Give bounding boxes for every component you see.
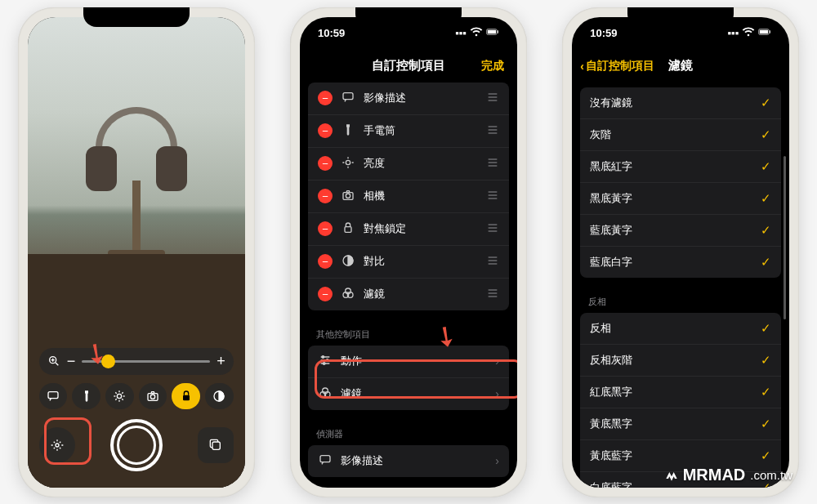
filter-item[interactable]: 黃底黑字✓: [580, 408, 781, 440]
lock-button[interactable]: [172, 383, 200, 409]
svg-point-62: [323, 362, 325, 364]
filter-label: 藍底白字: [590, 255, 632, 270]
checkmark-icon: ✓: [761, 96, 771, 110]
filter-item[interactable]: 黑底黃字✓: [580, 183, 781, 215]
signal-icon: ▪▪▪: [727, 27, 739, 39]
detector-item[interactable]: 影像描述›: [308, 445, 509, 477]
remove-button[interactable]: −: [318, 254, 333, 269]
checkmark-icon: ✓: [761, 353, 771, 368]
control-label: 影像描述: [364, 91, 406, 105]
filter-item[interactable]: 灰階✓: [580, 119, 781, 151]
filter-item[interactable]: 藍底白字✓: [580, 247, 781, 278]
checkmark-icon: ✓: [761, 223, 771, 238]
svg-point-60: [322, 355, 324, 358]
remove-button[interactable]: −: [318, 189, 333, 203]
chevron-right-icon: ›: [495, 355, 499, 368]
filter-label: 黑底紅字: [590, 159, 632, 174]
filter-label: 藍底黃字: [590, 223, 632, 238]
filter-label: 灰階: [590, 127, 611, 142]
nav-title: 濾鏡: [668, 58, 693, 74]
remove-button[interactable]: −: [318, 221, 333, 236]
wifi-icon: [742, 25, 755, 41]
zoom-slider[interactable]: − +: [39, 348, 234, 375]
section-other-label: 其他控制項目: [308, 317, 509, 346]
control-item[interactable]: −影像描述: [308, 83, 509, 115]
checkmark-icon: ✓: [761, 255, 771, 270]
nav-header: 自訂控制項目 完成: [300, 50, 517, 83]
remove-button[interactable]: −: [318, 91, 333, 105]
remove-button[interactable]: −: [318, 123, 333, 138]
control-item[interactable]: −相機: [308, 181, 509, 213]
done-button[interactable]: 完成: [481, 59, 504, 74]
speech-icon: [318, 453, 333, 469]
svg-line-13: [123, 392, 123, 393]
multiview-button[interactable]: [198, 427, 234, 463]
watermark-logo-icon: [665, 469, 678, 482]
svg-rect-66: [320, 455, 330, 462]
contrast-icon: [341, 254, 355, 270]
speech-button[interactable]: [39, 383, 68, 409]
drag-handle-icon[interactable]: [486, 156, 499, 172]
filters-screen: 10:59 ▪▪▪ ‹ 自訂控制項目 濾鏡 沒有濾鏡✓灰階✓黑底紅字✓黑底黃字✓…: [572, 17, 789, 488]
filter-item[interactable]: 反相灰階✓: [580, 345, 781, 377]
other-item[interactable]: 濾鏡›: [308, 378, 509, 410]
control-item[interactable]: −亮度: [308, 148, 509, 181]
checkmark-icon: ✓: [761, 159, 771, 174]
drag-handle-icon[interactable]: [486, 123, 499, 139]
filter-item[interactable]: 沒有濾鏡✓: [580, 87, 781, 119]
notch: [83, 7, 190, 27]
remove-button[interactable]: −: [318, 156, 333, 171]
nav-title: 自訂控制項目: [372, 58, 445, 74]
filter-icon: [341, 287, 355, 302]
other-item[interactable]: 動作›: [308, 346, 509, 378]
flashlight-button[interactable]: [72, 383, 100, 409]
battery-icon: [758, 25, 771, 41]
filter-icon: [318, 386, 333, 402]
control-label: 亮度: [364, 156, 385, 171]
svg-rect-43: [345, 226, 351, 232]
checkmark-icon: ✓: [761, 417, 771, 431]
remove-button[interactable]: −: [318, 287, 333, 301]
settings-button[interactable]: [39, 427, 75, 463]
control-item[interactable]: −手電筒: [308, 115, 509, 148]
control-label: 濾鏡: [364, 287, 385, 301]
drag-handle-icon[interactable]: [486, 189, 499, 204]
svg-point-18: [56, 444, 59, 447]
speech-icon: [341, 91, 355, 106]
watermark-brand: MRMAD: [683, 466, 746, 484]
brightness-button[interactable]: [105, 383, 134, 409]
filter-item[interactable]: 反相✓: [580, 313, 781, 345]
chevron-left-icon: ‹: [580, 60, 584, 73]
contrast-button[interactable]: [205, 383, 234, 409]
battery-icon: [486, 25, 499, 41]
control-item[interactable]: −對焦鎖定: [308, 213, 509, 246]
shutter-button[interactable]: [110, 419, 163, 471]
back-button[interactable]: ‹ 自訂控制項目: [580, 59, 654, 74]
filter-item[interactable]: 藍底黃字✓: [580, 215, 781, 247]
camera-icon: [341, 189, 355, 204]
zoom-in-icon: [47, 355, 60, 368]
minus-icon: −: [67, 353, 76, 370]
control-item[interactable]: −對比: [308, 246, 509, 279]
notch: [627, 7, 734, 27]
control-label: 對比: [364, 254, 385, 269]
drag-handle-icon[interactable]: [486, 287, 499, 302]
camera-button[interactable]: [139, 383, 167, 409]
chevron-right-icon: ›: [495, 387, 499, 400]
drag-handle-icon[interactable]: [486, 221, 499, 237]
drag-handle-icon[interactable]: [486, 91, 499, 106]
filter-item[interactable]: 黑底紅字✓: [580, 151, 781, 183]
filter-label: 黃底黑字: [590, 417, 632, 431]
filter-label: 沒有濾鏡: [590, 96, 632, 110]
control-item[interactable]: −濾鏡: [308, 279, 509, 310]
svg-rect-19: [212, 442, 220, 449]
checkmark-icon: ✓: [761, 321, 771, 336]
filter-item[interactable]: 紅底黑字✓: [580, 377, 781, 408]
svg-line-12: [116, 399, 117, 399]
filter-label: 反相: [590, 321, 611, 336]
drag-handle-icon[interactable]: [486, 254, 499, 270]
svg-rect-21: [488, 30, 496, 34]
other-label: 動作: [341, 354, 362, 368]
filter-label: 紅底黑字: [590, 385, 632, 399]
status-time: 10:59: [590, 27, 617, 39]
